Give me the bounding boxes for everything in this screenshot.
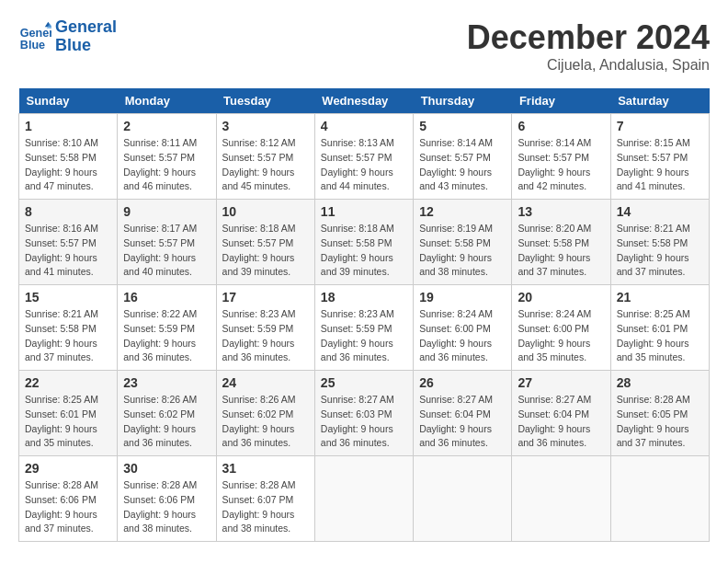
day-info: Sunrise: 8:10 AM Sunset: 5:58 PM Dayligh… (25, 136, 111, 194)
calendar-cell: 17Sunrise: 8:23 AM Sunset: 5:59 PM Dayli… (216, 285, 314, 371)
svg-text:Blue: Blue (20, 38, 45, 51)
calendar-cell: 30Sunrise: 8:28 AM Sunset: 6:06 PM Dayli… (118, 456, 216, 542)
calendar-week-row: 15Sunrise: 8:21 AM Sunset: 5:58 PM Dayli… (19, 285, 710, 371)
calendar-cell (414, 456, 512, 542)
day-number: 13 (518, 204, 604, 219)
logo: General Blue General Blue (18, 18, 117, 55)
calendar-cell: 1Sunrise: 8:10 AM Sunset: 5:58 PM Daylig… (19, 114, 118, 200)
day-info: Sunrise: 8:23 AM Sunset: 5:59 PM Dayligh… (222, 307, 309, 365)
weekday-header-tuesday: Tuesday (216, 88, 314, 114)
day-info: Sunrise: 8:22 AM Sunset: 5:59 PM Dayligh… (123, 307, 210, 365)
day-info: Sunrise: 8:28 AM Sunset: 6:06 PM Dayligh… (123, 478, 210, 536)
day-info: Sunrise: 8:27 AM Sunset: 6:03 PM Dayligh… (321, 393, 407, 451)
header: General Blue General Blue December 2024 … (18, 18, 710, 74)
calendar-cell: 14Sunrise: 8:21 AM Sunset: 5:58 PM Dayli… (610, 200, 709, 285)
day-info: Sunrise: 8:28 AM Sunset: 6:06 PM Dayligh… (25, 478, 111, 536)
calendar-cell: 16Sunrise: 8:22 AM Sunset: 5:59 PM Dayli… (118, 285, 216, 371)
day-number: 28 (617, 375, 703, 390)
logo-text: General Blue (55, 18, 117, 55)
day-number: 23 (123, 375, 210, 390)
day-info: Sunrise: 8:21 AM Sunset: 5:58 PM Dayligh… (25, 307, 111, 365)
day-number: 26 (419, 375, 506, 390)
day-info: Sunrise: 8:24 AM Sunset: 6:00 PM Dayligh… (419, 307, 506, 365)
day-number: 1 (25, 119, 111, 133)
calendar-cell: 21Sunrise: 8:25 AM Sunset: 6:01 PM Dayli… (610, 285, 709, 371)
day-info: Sunrise: 8:27 AM Sunset: 6:04 PM Dayligh… (518, 393, 604, 451)
calendar-cell: 13Sunrise: 8:20 AM Sunset: 5:58 PM Dayli… (512, 200, 610, 285)
calendar-cell: 29Sunrise: 8:28 AM Sunset: 6:06 PM Dayli… (19, 456, 118, 542)
calendar-cell (512, 456, 610, 542)
location-subtitle: Cijuela, Andalusia, Spain (467, 57, 710, 74)
day-info: Sunrise: 8:26 AM Sunset: 6:02 PM Dayligh… (222, 393, 309, 451)
day-number: 18 (321, 290, 407, 304)
calendar-cell: 26Sunrise: 8:27 AM Sunset: 6:04 PM Dayli… (414, 371, 512, 456)
calendar-week-row: 22Sunrise: 8:25 AM Sunset: 6:01 PM Dayli… (19, 371, 710, 456)
calendar-cell: 23Sunrise: 8:26 AM Sunset: 6:02 PM Dayli… (118, 371, 216, 456)
day-number: 17 (222, 290, 309, 304)
calendar-cell: 7Sunrise: 8:15 AM Sunset: 5:57 PM Daylig… (610, 114, 709, 200)
day-info: Sunrise: 8:14 AM Sunset: 5:57 PM Dayligh… (518, 136, 604, 194)
weekday-header-monday: Monday (118, 88, 216, 114)
weekday-header-row: SundayMondayTuesdayWednesdayThursdayFrid… (19, 88, 710, 114)
calendar-cell: 27Sunrise: 8:27 AM Sunset: 6:04 PM Dayli… (512, 371, 610, 456)
day-info: Sunrise: 8:14 AM Sunset: 5:57 PM Dayligh… (419, 136, 506, 194)
calendar-table: SundayMondayTuesdayWednesdayThursdayFrid… (18, 88, 710, 542)
day-info: Sunrise: 8:27 AM Sunset: 6:04 PM Dayligh… (419, 393, 506, 451)
calendar-cell (610, 456, 709, 542)
day-number: 14 (617, 204, 703, 219)
calendar-week-row: 29Sunrise: 8:28 AM Sunset: 6:06 PM Dayli… (19, 456, 710, 542)
calendar-cell: 9Sunrise: 8:17 AM Sunset: 5:57 PM Daylig… (118, 200, 216, 285)
day-number: 10 (222, 204, 309, 219)
day-number: 8 (25, 204, 111, 219)
calendar-cell: 2Sunrise: 8:11 AM Sunset: 5:57 PM Daylig… (118, 114, 216, 200)
calendar-cell: 20Sunrise: 8:24 AM Sunset: 6:00 PM Dayli… (512, 285, 610, 371)
day-number: 29 (25, 461, 111, 476)
day-number: 20 (518, 290, 604, 304)
calendar-cell: 11Sunrise: 8:18 AM Sunset: 5:58 PM Dayli… (314, 200, 413, 285)
day-number: 9 (123, 204, 210, 219)
day-info: Sunrise: 8:13 AM Sunset: 5:57 PM Dayligh… (321, 136, 407, 194)
calendar-cell: 15Sunrise: 8:21 AM Sunset: 5:58 PM Dayli… (19, 285, 118, 371)
day-number: 3 (222, 119, 309, 133)
calendar-cell: 10Sunrise: 8:18 AM Sunset: 5:57 PM Dayli… (216, 200, 314, 285)
weekday-header-sunday: Sunday (19, 88, 118, 114)
day-number: 12 (419, 204, 506, 219)
day-number: 19 (419, 290, 506, 304)
weekday-header-wednesday: Wednesday (314, 88, 413, 114)
day-number: 4 (321, 119, 407, 133)
day-info: Sunrise: 8:17 AM Sunset: 5:57 PM Dayligh… (123, 222, 210, 280)
day-number: 5 (419, 119, 506, 133)
calendar-cell: 3Sunrise: 8:12 AM Sunset: 5:57 PM Daylig… (216, 114, 314, 200)
calendar-cell: 4Sunrise: 8:13 AM Sunset: 5:57 PM Daylig… (314, 114, 413, 200)
day-number: 16 (123, 290, 210, 304)
day-info: Sunrise: 8:26 AM Sunset: 6:02 PM Dayligh… (123, 393, 210, 451)
calendar-cell (314, 456, 413, 542)
calendar-cell: 31Sunrise: 8:28 AM Sunset: 6:07 PM Dayli… (216, 456, 314, 542)
weekday-header-friday: Friday (512, 88, 610, 114)
day-number: 27 (518, 375, 604, 390)
calendar-cell: 25Sunrise: 8:27 AM Sunset: 6:03 PM Dayli… (314, 371, 413, 456)
calendar-cell: 28Sunrise: 8:28 AM Sunset: 6:05 PM Dayli… (610, 371, 709, 456)
month-title: December 2024 (467, 18, 710, 57)
calendar-week-row: 1Sunrise: 8:10 AM Sunset: 5:58 PM Daylig… (19, 114, 710, 200)
day-number: 21 (617, 290, 703, 304)
day-info: Sunrise: 8:12 AM Sunset: 5:57 PM Dayligh… (222, 136, 309, 194)
day-info: Sunrise: 8:25 AM Sunset: 6:01 PM Dayligh… (25, 393, 111, 451)
calendar-cell: 19Sunrise: 8:24 AM Sunset: 6:00 PM Dayli… (414, 285, 512, 371)
weekday-header-thursday: Thursday (414, 88, 512, 114)
day-info: Sunrise: 8:19 AM Sunset: 5:58 PM Dayligh… (419, 222, 506, 280)
day-info: Sunrise: 8:20 AM Sunset: 5:58 PM Dayligh… (518, 222, 604, 280)
day-info: Sunrise: 8:16 AM Sunset: 5:57 PM Dayligh… (25, 222, 111, 280)
day-number: 22 (25, 375, 111, 390)
day-number: 30 (123, 461, 210, 476)
day-info: Sunrise: 8:18 AM Sunset: 5:57 PM Dayligh… (222, 222, 309, 280)
day-number: 15 (25, 290, 111, 304)
day-info: Sunrise: 8:24 AM Sunset: 6:00 PM Dayligh… (518, 307, 604, 365)
day-number: 11 (321, 204, 407, 219)
day-number: 31 (222, 461, 309, 476)
day-info: Sunrise: 8:15 AM Sunset: 5:57 PM Dayligh… (617, 136, 703, 194)
title-area: December 2024 Cijuela, Andalusia, Spain (467, 18, 710, 74)
day-info: Sunrise: 8:21 AM Sunset: 5:58 PM Dayligh… (617, 222, 703, 280)
calendar-cell: 18Sunrise: 8:23 AM Sunset: 5:59 PM Dayli… (314, 285, 413, 371)
day-number: 2 (123, 119, 210, 133)
